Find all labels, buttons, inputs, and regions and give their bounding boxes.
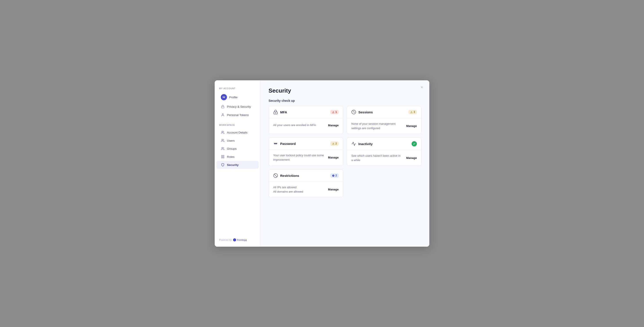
mfa-title: MFA [280,110,287,114]
roles-icon [221,155,225,159]
svg-point-2 [222,131,223,132]
inactivity-manage-button[interactable]: Manage [406,155,417,160]
password-card-body: Your user lockout policy could use some … [269,150,343,165]
mfa-card-header: MFA 1 [269,106,343,118]
restrictions-description: All IPs are allowed All domains are allo… [273,185,303,194]
mfa-icon [273,110,278,114]
sidebar-item-groups[interactable]: Groups [216,145,259,153]
workspace-label: WORKSPACE [215,124,260,126]
frontegg-logo: frontegg [233,238,247,241]
workspace-section: WORKSPACE Account Details [215,123,260,169]
mfa-card: MFA 1 All your users are enrolled in MFA… [268,106,343,134]
sessions-manage-button[interactable]: Manage [406,123,417,128]
inactivity-card-header: Inactivity [347,138,421,150]
sidebar-item-account-details[interactable]: Account Details [216,128,259,136]
account-details-icon [221,130,225,134]
sessions-description: None of your session management settings… [351,122,403,130]
sidebar-label-security: Security [227,163,238,167]
sidebar: MY ACCOUNT NI Profile Privacy & Security [215,80,261,247]
my-account-label: MY ACCOUNT [215,87,260,90]
svg-rect-14 [411,112,412,112]
svg-point-10 [275,113,276,113]
users-icon [221,139,225,142]
inactivity-icon [351,141,356,146]
sessions-icon [351,110,356,114]
avatar: NI [221,94,227,100]
password-icon [273,141,278,146]
restrictions-title-row: Restrictions [273,173,299,178]
password-badge-count: 2 [335,142,337,145]
sessions-card: Sessions 3 None of your session manageme… [347,106,422,134]
mfa-description: All your users are enrolled in MFA [273,123,316,127]
svg-text:i: i [333,175,334,176]
svg-point-12 [333,113,334,113]
svg-point-3 [222,139,223,140]
inactivity-badge [412,141,417,146]
svg-rect-5 [222,155,222,156]
password-card: Password 2 Your user lockout policy coul… [268,137,343,166]
svg-rect-6 [223,155,224,156]
svg-point-4 [222,147,223,148]
inactivity-card-body: See which users haven't been active in a… [347,150,421,166]
restrictions-badge: i 2 [330,173,339,178]
sessions-title-row: Sessions [351,110,373,114]
restrictions-line1: All IPs are allowed [273,185,303,190]
close-button[interactable]: × [419,84,425,90]
svg-rect-20 [333,143,334,144]
sidebar-item-personal-tokens[interactable]: Personal Tokens [216,111,259,119]
modal-container: MY ACCOUNT NI Profile Privacy & Security [215,80,429,247]
groups-icon [221,147,225,151]
mfa-badge-count: 1 [335,110,337,114]
mfa-manage-button[interactable]: Manage [328,123,339,128]
inactivity-title-row: Inactivity [351,141,372,146]
powered-by-label: Powered by [219,239,232,241]
svg-point-1 [222,114,223,115]
person-token-icon [221,113,225,117]
restrictions-line2: All domains are allowed [273,190,303,194]
inactivity-description: See which users haven't been active in a… [351,154,403,162]
sidebar-item-roles[interactable]: Roles [216,153,259,161]
sidebar-footer: Powered by frontegg [215,235,260,242]
sessions-title: Sessions [358,110,373,114]
mfa-badge: 1 [330,110,339,114]
restrictions-title: Restrictions [280,174,299,178]
sidebar-item-privacy-security[interactable]: Privacy & Security [216,103,259,110]
sidebar-item-profile[interactable]: NI Profile [216,92,259,102]
sidebar-item-security[interactable]: Security [216,161,259,169]
restrictions-card: Restrictions i 2 All IPs are allowed All… [268,169,343,197]
main-content: × Security Security check up MF [261,80,429,247]
sidebar-label-profile: Profile [229,96,238,99]
lock-icon [221,105,225,109]
shield-icon [221,163,225,167]
frontegg-label: frontegg [237,239,247,241]
svg-point-15 [411,113,412,113]
sessions-card-header: Sessions 3 [347,106,421,118]
sidebar-label-privacy-security: Privacy & Security [227,105,251,108]
password-card-header: Password 2 [269,138,343,150]
password-manage-button[interactable]: Manage [328,155,339,160]
sidebar-item-users[interactable]: Users [216,137,259,144]
cards-grid: MFA 1 All your users are enrolled in MFA… [268,106,422,197]
frontegg-logo-icon [233,238,236,241]
password-title-row: Password [273,141,296,146]
restrictions-card-body: All IPs are allowed All domains are allo… [269,182,343,197]
sidebar-label-users: Users [227,139,234,142]
svg-rect-11 [333,112,334,112]
svg-rect-8 [222,157,222,158]
password-description: Your user lockout policy could use some … [273,153,325,162]
mfa-card-body: All your users are enrolled in MFA Manag… [269,118,343,132]
restrictions-card-header: Restrictions i 2 [269,170,343,182]
sidebar-label-roles: Roles [227,155,234,158]
svg-point-17 [274,144,275,144]
restrictions-manage-button[interactable]: Manage [328,187,339,192]
inactivity-title: Inactivity [358,142,372,146]
svg-point-21 [333,144,334,144]
sidebar-label-groups: Groups [227,147,236,150]
page-title: Security [268,87,422,94]
svg-point-18 [275,144,276,144]
sessions-badge-count: 3 [414,110,415,114]
section-title: Security check up [268,99,422,102]
svg-line-23 [274,174,277,177]
sidebar-label-account-details: Account Details [227,131,248,134]
sessions-card-body: None of your session management settings… [347,118,421,134]
